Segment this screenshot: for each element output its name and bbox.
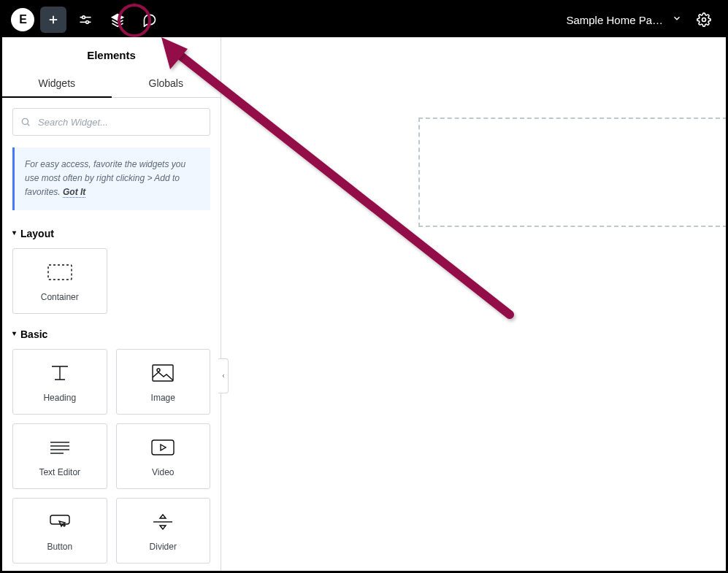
widget-image-label: Image: [151, 393, 175, 403]
panel-collapse-toggle[interactable]: [218, 358, 229, 393]
svg-marker-20: [161, 445, 166, 450]
chevron-down-icon: [672, 13, 682, 23]
widget-button-label: Button: [47, 542, 72, 552]
widget-video-label: Video: [152, 467, 174, 477]
svg-rect-12: [48, 265, 72, 280]
add-element-button[interactable]: [40, 7, 66, 33]
svg-rect-19: [152, 440, 174, 455]
gear-icon: [697, 12, 711, 27]
top-bar: E Sample Home Pa…: [2, 2, 726, 37]
panel-title: Elements: [2, 37, 221, 70]
panel-tabs: Widgets Globals: [2, 70, 221, 98]
site-settings-button[interactable]: [72, 7, 99, 33]
tab-widgets[interactable]: Widgets: [2, 70, 112, 98]
page-switcher-dropdown[interactable]: [670, 12, 683, 28]
heading-icon: [49, 361, 71, 385]
widget-video[interactable]: Video: [116, 423, 211, 489]
widget-container-label: Container: [41, 292, 79, 302]
svg-marker-22: [160, 515, 166, 518]
svg-line-11: [28, 124, 30, 126]
svg-point-3: [83, 16, 85, 19]
widget-divider-label: Divider: [150, 542, 177, 552]
canvas-drop-zone[interactable]: [418, 118, 728, 227]
widget-search[interactable]: [12, 108, 210, 136]
button-icon: [48, 509, 72, 534]
widget-divider[interactable]: Divider: [116, 498, 211, 564]
container-icon: [47, 260, 72, 285]
widget-search-input[interactable]: [37, 116, 202, 128]
page-title[interactable]: Sample Home Pa…: [566, 14, 663, 26]
favorites-tip: For easy access, favorite the widgets yo…: [12, 147, 210, 210]
section-basic-title: Basic: [20, 328, 47, 340]
favorites-tip-text: For easy access, favorite the widgets yo…: [25, 159, 185, 197]
widget-text-editor[interactable]: Text Editor: [12, 423, 107, 489]
elementor-logo[interactable]: E: [11, 8, 34, 31]
divider-icon: [152, 509, 174, 534]
caret-down-icon: ▾: [12, 228, 16, 236]
global-settings-button[interactable]: [691, 7, 717, 33]
search-icon: [20, 117, 31, 127]
sliders-icon: [78, 12, 93, 27]
widget-container[interactable]: Container: [12, 248, 107, 314]
svg-marker-6: [112, 15, 123, 20]
elements-panel: Elements Widgets Globals For easy access…: [2, 37, 221, 571]
plus-icon: [47, 13, 60, 26]
section-layout-title: Layout: [20, 228, 54, 239]
svg-point-14: [157, 369, 160, 372]
svg-point-10: [22, 118, 28, 124]
favorites-tip-gotit[interactable]: Got It: [63, 187, 85, 198]
svg-point-5: [86, 21, 89, 24]
svg-rect-13: [153, 365, 173, 381]
chat-icon: [142, 12, 157, 27]
svg-point-7: [702, 18, 706, 22]
widget-button[interactable]: Button: [12, 498, 107, 564]
svg-marker-24: [160, 526, 166, 529]
video-icon: [151, 435, 175, 460]
tab-globals[interactable]: Globals: [112, 70, 221, 98]
structure-button[interactable]: [104, 7, 131, 33]
widget-heading[interactable]: Heading: [12, 349, 107, 415]
widget-heading-label: Heading: [43, 393, 76, 403]
section-layout[interactable]: ▾ Layout: [12, 228, 210, 239]
text-editor-icon: [49, 435, 71, 460]
comments-button[interactable]: [137, 7, 163, 33]
editor-canvas[interactable]: [221, 37, 726, 571]
image-icon: [152, 361, 174, 385]
workspace: Elements Widgets Globals For easy access…: [2, 37, 726, 571]
caret-down-icon: ▾: [12, 329, 16, 337]
widget-image[interactable]: Image: [116, 349, 211, 415]
chevron-left-icon: [221, 372, 226, 380]
section-basic[interactable]: ▾ Basic: [12, 328, 210, 340]
widget-text-editor-label: Text Editor: [39, 467, 80, 477]
layers-icon: [110, 12, 125, 27]
